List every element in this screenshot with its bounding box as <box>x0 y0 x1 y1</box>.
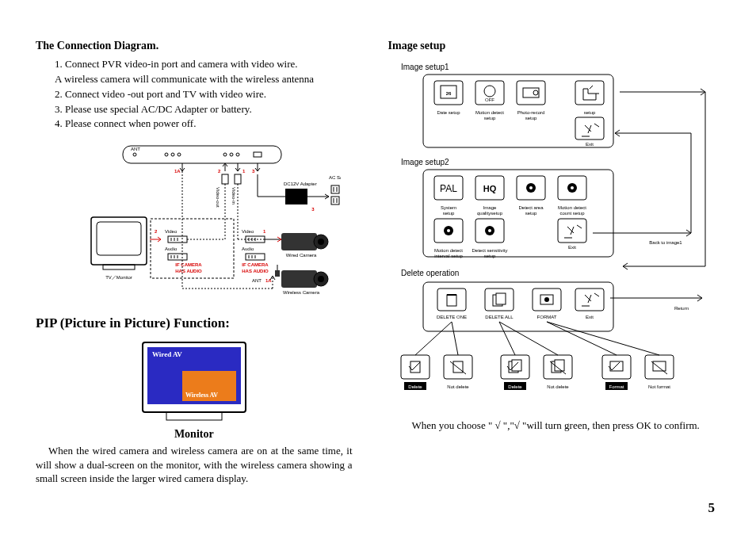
svg-text:Date setup: Date setup <box>437 110 460 115</box>
svg-rect-15 <box>235 174 241 184</box>
svg-text:OFF: OFF <box>485 97 494 102</box>
svg-text:Image setup1: Image setup1 <box>401 63 449 71</box>
svg-text:Not delete: Not delete <box>547 384 569 389</box>
svg-text:Exit: Exit <box>568 245 576 250</box>
svg-rect-74 <box>275 270 280 277</box>
svg-text:Delete: Delete <box>508 384 522 389</box>
svg-text:Audio: Audio <box>242 246 254 251</box>
svg-text:Video-in: Video-in <box>231 187 236 204</box>
svg-point-5 <box>178 153 181 156</box>
svg-rect-99 <box>517 81 545 105</box>
svg-text:Delete: Delete <box>408 384 422 389</box>
svg-text:Wireless AV: Wireless AV <box>185 392 218 399</box>
svg-text:Not format: Not format <box>648 384 670 389</box>
svg-point-7 <box>230 153 233 156</box>
svg-text:3: 3 <box>252 169 255 174</box>
svg-text:HAS AUDIO: HAS AUDIO <box>175 269 202 273</box>
svg-text:1: 1 <box>242 169 246 174</box>
svg-text:setup: setup <box>525 116 536 120</box>
image-setup-heading: Image setup <box>388 40 720 52</box>
svg-rect-87 <box>166 412 222 420</box>
svg-text:count setup: count setup <box>559 211 585 216</box>
svg-point-4 <box>171 153 174 156</box>
svg-text:setup: setup <box>483 254 495 258</box>
svg-text:Exit: Exit <box>586 315 594 319</box>
svg-rect-0 <box>123 146 281 163</box>
svg-point-6 <box>223 153 227 156</box>
svg-text:setup: setup <box>583 110 595 115</box>
svg-point-67 <box>318 239 324 245</box>
svg-text:Detect area: Detect area <box>518 205 544 210</box>
svg-rect-31 <box>91 217 147 265</box>
svg-rect-19 <box>285 189 307 204</box>
svg-text:Delete operation: Delete operation <box>401 269 459 277</box>
svg-rect-182 <box>602 355 631 379</box>
svg-text:ANT: ANT <box>252 278 262 283</box>
svg-point-72 <box>318 276 324 282</box>
svg-rect-25 <box>331 197 339 204</box>
step-1-note: A wireless camera will communicate with … <box>55 72 353 87</box>
svg-text:Wired AV: Wired AV <box>152 350 182 358</box>
svg-text:Video: Video <box>165 229 178 234</box>
svg-point-135 <box>488 229 491 232</box>
svg-rect-14 <box>222 174 228 184</box>
svg-text:Return: Return <box>674 306 689 311</box>
image-setup-figure: Image setup1 26 Date setup OFF Motion de… <box>388 60 720 409</box>
confirm-line: When you choose " √ ","√ "will turn gree… <box>412 418 720 433</box>
svg-text:PAL: PAL <box>440 183 457 194</box>
svg-rect-168 <box>444 355 472 379</box>
svg-rect-24 <box>331 185 339 193</box>
connection-heading: The Connection Diagram. <box>36 40 353 52</box>
step-3: 3. Please use special AC/DC Adapter or b… <box>55 102 353 117</box>
svg-point-8 <box>236 153 239 156</box>
svg-rect-32 <box>97 222 141 255</box>
svg-rect-149 <box>496 293 506 304</box>
svg-text:Wireless Camera: Wireless Camera <box>283 290 320 295</box>
svg-text:Not delete: Not delete <box>447 384 469 389</box>
svg-text:setup: setup <box>525 211 536 216</box>
svg-line-163 <box>547 322 659 355</box>
svg-text:System: System <box>441 205 456 210</box>
svg-rect-104 <box>575 81 604 105</box>
svg-rect-143 <box>437 289 466 311</box>
svg-point-101 <box>533 90 538 95</box>
svg-text:setup: setup <box>442 211 454 216</box>
svg-text:26: 26 <box>445 91 451 96</box>
pip-figure: Wired AV Wireless AV Monitor <box>36 339 353 441</box>
svg-text:1: 1 <box>263 229 266 234</box>
svg-rect-33 <box>103 265 135 269</box>
svg-text:qualitysetup: qualitysetup <box>477 211 503 216</box>
svg-rect-70 <box>281 270 317 288</box>
svg-point-3 <box>165 153 168 156</box>
svg-text:AC Socket: AC Socket <box>329 175 341 180</box>
svg-text:Image setup2: Image setup2 <box>401 158 449 166</box>
svg-line-161 <box>499 322 558 355</box>
svg-text:DELETE ONE: DELETE ONE <box>437 315 467 319</box>
svg-text:HQ: HQ <box>483 184 496 193</box>
svg-text:Format: Format <box>609 384 624 389</box>
svg-text:IF CAMERA: IF CAMERA <box>242 262 269 267</box>
svg-text:DC12V Adapter: DC12V Adapter <box>284 182 317 186</box>
svg-text:Photo-record: Photo-record <box>517 110 544 115</box>
svg-text:Video-out: Video-out <box>216 187 220 208</box>
svg-rect-9 <box>254 152 262 157</box>
svg-text:Motion detect: Motion detect <box>434 248 463 253</box>
svg-point-95 <box>484 86 495 97</box>
svg-text:DELETE ALL: DELETE ALL <box>485 315 514 319</box>
svg-rect-65 <box>281 233 317 250</box>
svg-rect-186 <box>645 355 674 379</box>
svg-point-120 <box>529 186 533 189</box>
svg-rect-142 <box>423 282 613 331</box>
svg-rect-187 <box>653 361 666 371</box>
svg-text:Audio: Audio <box>165 246 178 251</box>
svg-text:TV／Monitor: TV／Monitor <box>105 275 132 281</box>
svg-point-130 <box>447 229 450 232</box>
svg-point-153 <box>544 297 549 302</box>
svg-text:Wired Camera: Wired Camera <box>285 253 316 258</box>
svg-line-159 <box>452 322 458 355</box>
svg-text:Exit: Exit <box>586 142 594 147</box>
svg-text:Video: Video <box>242 229 254 234</box>
page-number: 5 <box>708 500 716 516</box>
svg-text:HAS AUDIO: HAS AUDIO <box>242 269 269 273</box>
svg-point-1 <box>133 153 136 156</box>
